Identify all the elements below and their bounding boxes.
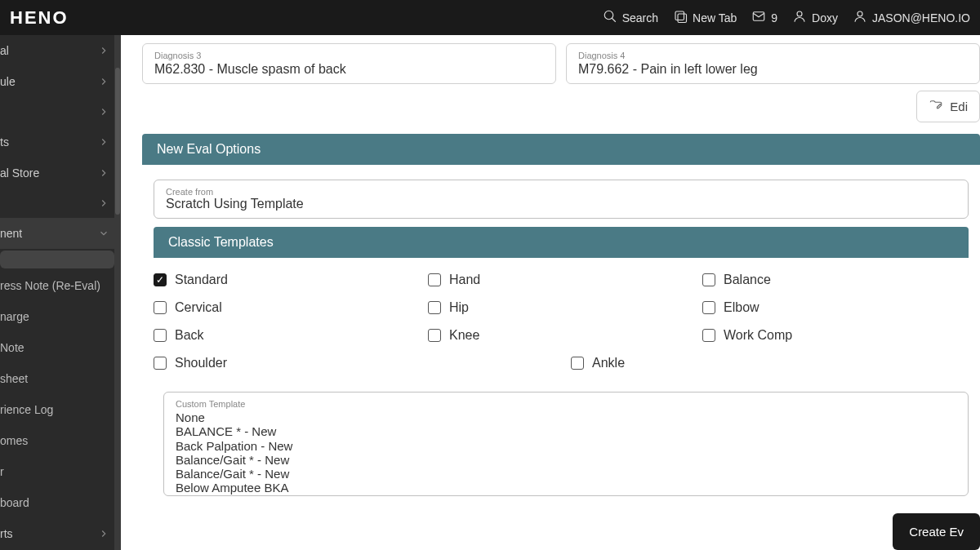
checkbox-icon: [702, 301, 715, 314]
template-label: Work Comp: [724, 328, 792, 343]
template-balance[interactable]: Balance: [702, 273, 969, 287]
template-standard[interactable]: Standard: [154, 273, 420, 287]
folder-edit-icon: [929, 98, 943, 115]
new-tab-button[interactable]: New Tab: [673, 9, 737, 26]
scrollbar-thumb[interactable]: [115, 68, 120, 215]
section-header-new-eval: New Eval Options: [142, 134, 980, 165]
checkbox-icon: [702, 273, 715, 286]
sidebar-subitem[interactable]: board: [0, 487, 121, 518]
custom-option[interactable]: Back Palpation - New: [176, 439, 956, 453]
new-tab-label: New Tab: [693, 11, 737, 24]
custom-template-select[interactable]: Custom Template None BALANCE * - New Bac…: [163, 392, 969, 496]
search-button[interactable]: Search: [603, 9, 658, 26]
search-label: Search: [622, 11, 658, 24]
sidebar-scrollbar[interactable]: [114, 35, 121, 550]
templates-grid: Standard Hand Balance Cervical Hip Elbow…: [154, 258, 969, 385]
svg-point-6: [858, 11, 862, 16]
create-eval-button[interactable]: Create Ev: [893, 513, 980, 550]
checkbox-icon: [702, 329, 715, 342]
template-label: Back: [175, 328, 204, 343]
chevron-down-icon: [98, 228, 109, 239]
sidebar-sub-label: narge: [0, 310, 29, 323]
sidebar-subitem[interactable]: r: [0, 456, 121, 487]
create-from-select[interactable]: Create from Scratch Using Template: [154, 180, 969, 219]
template-label: Balance: [724, 273, 771, 287]
template-knee[interactable]: Knee: [428, 328, 694, 343]
custom-option[interactable]: None: [176, 410, 956, 424]
sidebar-sub-label: rience Log: [0, 403, 53, 416]
custom-option[interactable]: Balance/Gait * - New: [176, 453, 956, 467]
template-back[interactable]: Back: [154, 328, 420, 343]
template-label: Knee: [449, 328, 479, 343]
sidebar-item[interactable]: [0, 97, 121, 126]
diagnosis-4-field[interactable]: Diagnosis 4 M79.662 - Pain in left lower…: [566, 43, 980, 84]
sidebar-item-expanded[interactable]: nent: [0, 218, 121, 249]
checkbox-icon: [154, 273, 167, 286]
sidebar-sub-label: Note: [0, 341, 24, 354]
sidebar-item-label: nent: [0, 227, 22, 240]
mail-icon: [751, 9, 766, 26]
svg-line-1: [612, 18, 616, 22]
template-hand[interactable]: Hand: [428, 273, 694, 287]
field-value: Scratch Using Template: [166, 197, 956, 211]
template-workcomp[interactable]: Work Comp: [702, 328, 969, 343]
user-label: JASON@HENO.IO: [872, 11, 970, 24]
sidebar-item-label: ule: [0, 75, 16, 88]
svg-point-5: [797, 11, 802, 16]
template-label: Hand: [449, 273, 480, 287]
sidebar-item[interactable]: al: [0, 35, 121, 66]
custom-option[interactable]: Balance/Gait * - New: [176, 467, 956, 481]
mail-button[interactable]: 9: [751, 9, 777, 26]
template-cervical[interactable]: Cervical: [154, 300, 420, 315]
svg-rect-2: [675, 11, 684, 20]
sidebar: al ule ts al Store nent ress Note (Re-Ev…: [0, 35, 121, 550]
checkbox-icon: [154, 301, 167, 314]
sidebar-item-label: al: [0, 44, 9, 57]
user-icon: [792, 9, 807, 26]
user-menu[interactable]: JASON@HENO.IO: [853, 9, 970, 26]
doxy-button[interactable]: Doxy: [792, 9, 838, 26]
field-value: M62.830 - Muscle spasm of back: [154, 62, 544, 77]
field-value: M79.662 - Pain in left lower leg: [578, 62, 968, 77]
sidebar-item[interactable]: al Store: [0, 157, 121, 189]
custom-template-list: None BALANCE * - New Back Palpation - Ne…: [176, 410, 956, 495]
sidebar-item[interactable]: ule: [0, 66, 121, 97]
template-shoulder[interactable]: Shoulder: [154, 356, 420, 370]
field-label: Diagnosis 4: [578, 51, 968, 60]
sidebar-item[interactable]: [0, 189, 121, 218]
checkbox-icon: [428, 273, 441, 286]
checkbox-icon: [428, 301, 441, 314]
sidebar-subitem[interactable]: ress Note (Re-Eval): [0, 270, 121, 301]
sidebar-item-label: ts: [0, 135, 9, 149]
sidebar-sub-label: board: [0, 496, 29, 509]
template-elbow[interactable]: Elbow: [702, 300, 969, 315]
new-tab-icon: [673, 9, 688, 26]
checkbox-icon: [154, 357, 167, 370]
search-icon: [603, 9, 617, 26]
custom-option[interactable]: Below Amputee BKA: [176, 481, 956, 495]
sidebar-subitem[interactable]: rience Log: [0, 394, 121, 425]
sidebar-item[interactable]: ts: [0, 126, 121, 157]
sidebar-subitem[interactable]: Note: [0, 332, 121, 363]
template-label: Standard: [175, 273, 228, 287]
top-bar: HENO Search New Tab 9 Doxy JASON@HENO.IO: [0, 0, 980, 35]
sidebar-subitem[interactable]: narge: [0, 301, 121, 332]
chevron-right-icon: [98, 76, 109, 87]
sidebar-subitem[interactable]: sheet: [0, 363, 121, 394]
edit-button[interactable]: Edi: [916, 91, 980, 122]
diagnosis-3-field[interactable]: Diagnosis 3 M62.830 - Muscle spasm of ba…: [142, 43, 556, 84]
template-ankle[interactable]: Ankle: [571, 356, 694, 370]
chevron-right-icon: [98, 528, 109, 539]
sidebar-subitem[interactable]: omes: [0, 425, 121, 456]
doxy-label: Doxy: [812, 11, 838, 24]
chevron-right-icon: [98, 167, 109, 179]
sidebar-item-label: rts: [0, 527, 13, 540]
sidebar-subitem[interactable]: [0, 251, 114, 268]
custom-option[interactable]: BALANCE * - New: [176, 424, 956, 438]
sidebar-sub-label: ress Note (Re-Eval): [0, 279, 100, 292]
sidebar-sub-label: r: [0, 465, 4, 478]
sidebar-sub-label: sheet: [0, 372, 28, 385]
sidebar-item[interactable]: rts: [0, 518, 121, 549]
template-label: Hip: [449, 300, 469, 315]
template-hip[interactable]: Hip: [428, 300, 694, 315]
